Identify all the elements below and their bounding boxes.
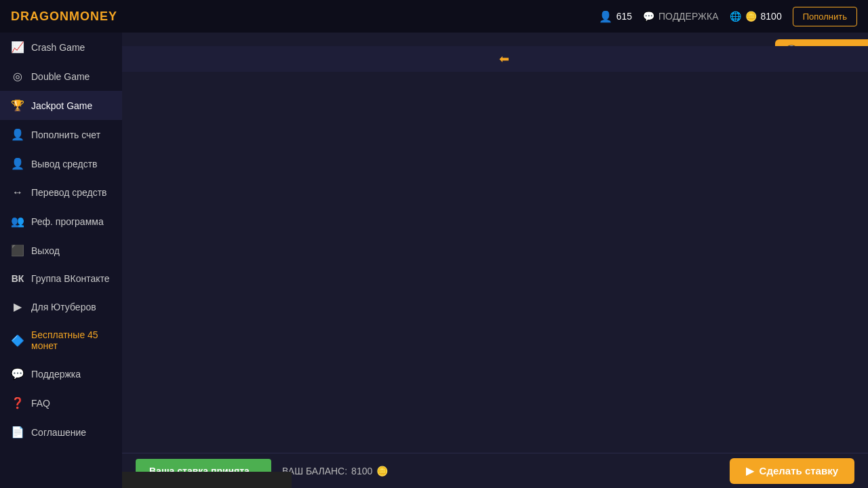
balance-coin-icon: 🪙 — [376, 466, 388, 476]
make-bet-label: Сделать ставку — [760, 465, 838, 476]
sidebar-item-faq-label: FAQ — [31, 398, 50, 409]
faq-icon: ❓ — [11, 396, 24, 409]
sidebar-item-transfer[interactable]: ↔ Перевод средств — [0, 178, 122, 207]
sidebar-item-transfer-label: Перевод средств — [31, 187, 107, 198]
sidebar-item-youtubers-label: Для Ютуберов — [31, 302, 96, 312]
transfer-icon: ↔ — [11, 186, 24, 199]
support-nav-label: ПОДДЕРЖКА — [658, 11, 719, 22]
support-nav-item[interactable]: 💬 ПОДДЕРЖКА — [643, 11, 719, 22]
sidebar-item-jackpot-game-label: Jackpot Game — [31, 100, 92, 111]
sidebar-item-logout-label: Выход — [31, 245, 60, 256]
youtube-icon: ▶ — [11, 300, 24, 313]
sidebar-item-withdraw-label: Вывод средств — [31, 159, 98, 169]
sidebar: 📈 Crash Game ◎ Double Game 🏆 Jackpot Gam… — [0, 33, 122, 488]
sidebar-item-support[interactable]: 💬 Поддержка — [0, 359, 122, 388]
sidebar-item-free-coins-label: Бесплатные 45 монет — [31, 329, 111, 351]
sidebar-item-agreement-label: Соглашение — [31, 427, 86, 438]
balance-bottom-value: 8100 — [351, 466, 372, 476]
double-game-icon: ◎ — [11, 70, 24, 83]
sidebar-item-youtubers[interactable]: ▶ Для Ютуберов — [0, 292, 122, 321]
user-count: 615 — [616, 11, 632, 22]
avatar-icon: 🌐 — [730, 11, 741, 22]
top-navigation: DRAGONMONEY 👤 615 💬 ПОДДЕРЖКА 🌐 🪙 8100 П… — [0, 0, 868, 33]
brand-logo: DRAGONMONEY — [11, 9, 117, 24]
ref-icon: 👥 — [11, 215, 24, 228]
agreement-icon: 📄 — [11, 426, 24, 439]
sidebar-item-double-game[interactable]: ◎ Double Game — [0, 62, 122, 91]
sidebar-item-deposit[interactable]: 👤 Пополнить счет — [0, 120, 122, 149]
sidebar-item-ref-label: Реф. программа — [31, 216, 104, 227]
balance-display: 🌐 🪙 8100 — [730, 11, 782, 22]
nav-right-section: 👤 615 💬 ПОДДЕРЖКА 🌐 🪙 8100 Пополнить — [599, 7, 857, 26]
free-coins-icon: 🔷 — [11, 334, 24, 347]
sidebar-item-free-coins[interactable]: 🔷 Бесплатные 45 монет — [0, 321, 122, 359]
sidebar-item-vk-label: Группа ВКонтакте — [31, 273, 110, 284]
sidebar-item-faq[interactable]: ❓ FAQ — [0, 388, 122, 418]
balance-value: 8100 — [761, 11, 782, 22]
sidebar-item-double-game-label: Double Game — [31, 71, 90, 82]
sidebar-item-agreement[interactable]: 📄 Соглашение — [0, 418, 122, 447]
sidebar-item-support-label: Поддержка — [31, 369, 81, 380]
deposit-icon: 👤 — [11, 128, 24, 141]
deposit-button[interactable]: Пополнить — [793, 7, 857, 26]
users-icon: 👤 — [599, 10, 612, 23]
balance-bottom: ВАШ БАЛАНС: 8100 🪙 — [282, 466, 388, 476]
sidebar-item-jackpot-game[interactable]: 🏆 Jackpot Game — [0, 91, 122, 120]
sidebar-item-ref-program[interactable]: 👥 Реф. программа — [0, 207, 122, 236]
online-users: 👤 615 — [599, 10, 632, 23]
support-nav-icon: 💬 — [643, 11, 654, 22]
logout-icon: ⬛ — [11, 244, 24, 257]
sidebar-item-deposit-label: Пополнить счет — [31, 129, 100, 140]
coin-icon: 🪙 — [745, 11, 757, 22]
sidebar-logout-side-button[interactable]: ⬅ — [122, 46, 868, 72]
play-circle-icon: ▶ — [746, 465, 754, 477]
sidebar-item-withdraw[interactable]: 👤 Вывод средств — [0, 149, 122, 178]
jackpot-game-icon: 🏆 — [11, 99, 24, 112]
crash-game-icon: 📈 — [11, 41, 24, 54]
make-bet-button[interactable]: ▶ Сделать ставку — [730, 458, 854, 484]
sidebar-item-vk[interactable]: ВК Группа ВКонтакте — [0, 265, 122, 292]
withdraw-icon: 👤 — [11, 157, 24, 170]
balance-label: ВАШ БАЛАНС: — [282, 466, 347, 476]
vk-icon: ВК — [11, 273, 24, 284]
sidebar-item-crash-game[interactable]: 📈 Crash Game — [0, 33, 122, 62]
support-sidebar-icon: 💬 — [11, 367, 24, 380]
sidebar-item-crash-game-label: Crash Game — [31, 42, 85, 53]
sidebar-item-logout[interactable]: ⬛ Выход — [0, 236, 122, 265]
